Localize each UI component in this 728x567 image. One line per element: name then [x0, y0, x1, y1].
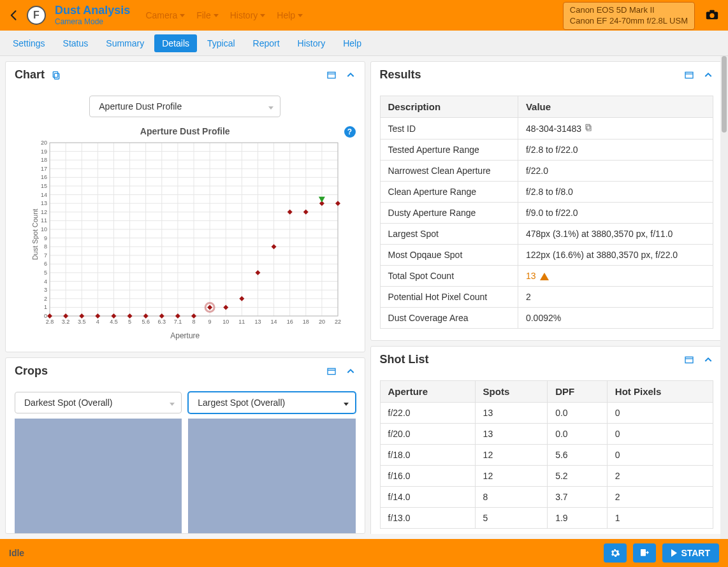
start-button-label: START: [681, 548, 710, 558]
tab-settings[interactable]: Settings: [5, 34, 53, 52]
svg-marker-90: [79, 313, 84, 319]
svg-marker-96: [175, 313, 180, 319]
svg-marker-88: [47, 313, 52, 319]
svg-rect-2: [710, 10, 714, 13]
svg-marker-89: [63, 313, 68, 319]
play-icon: [671, 549, 677, 557]
window-icon[interactable]: [684, 355, 694, 365]
crop-select-label: Darkest Spot (Overall): [24, 398, 112, 408]
crop-select-largest[interactable]: Largest Spot (Overall): [188, 392, 355, 413]
shotlist-cell: 0: [607, 403, 713, 424]
shotlist-col: Aperture: [380, 381, 475, 403]
chevron-up-icon[interactable]: [703, 355, 713, 365]
tab-details[interactable]: Details: [154, 34, 197, 52]
app-title: Dust Analysis: [55, 4, 130, 17]
svg-text:13: 13: [41, 200, 47, 206]
result-desc: Total Spot Count: [380, 266, 518, 287]
result-value: f/2.8 to f/22.0: [518, 140, 713, 161]
shotlist-cell: f/18.0: [380, 445, 475, 466]
svg-rect-117: [641, 549, 646, 556]
copy-icon[interactable]: [51, 70, 61, 80]
svg-rect-5: [328, 72, 335, 78]
shotlist-col: Spots: [475, 381, 548, 403]
svg-text:6.3: 6.3: [158, 319, 166, 325]
chart-panel-title: Chart: [15, 68, 45, 82]
menu-help[interactable]: Help: [277, 10, 303, 20]
svg-text:10: 10: [222, 319, 229, 325]
tab-summary[interactable]: Summary: [98, 34, 152, 52]
shotlist-cell: 1: [607, 508, 713, 529]
camera-icon[interactable]: [705, 8, 719, 22]
tab-typical[interactable]: Typical: [200, 34, 243, 52]
results-panel: Results Description Value Test ID48-304-…: [370, 61, 723, 341]
back-arrow-icon[interactable]: [8, 9, 20, 22]
chevron-up-icon[interactable]: [346, 70, 356, 80]
shotlist-table: ApertureSpotsDPFHot Pixels f/22.0130.00f…: [380, 380, 713, 529]
chevron-up-icon[interactable]: [346, 366, 356, 377]
status-label: Idle: [9, 548, 24, 558]
svg-text:10: 10: [41, 226, 47, 233]
gear-button[interactable]: [604, 543, 627, 563]
shotlist-cell: f/22.0: [380, 403, 475, 424]
svg-marker-104: [303, 210, 309, 215]
tab-status[interactable]: Status: [55, 34, 96, 52]
scatter-plot: 012345678910111213141516171819202.83.23.…: [25, 139, 344, 330]
svg-marker-101: [256, 270, 261, 275]
shotlist-panel-title: Shot List: [380, 353, 429, 366]
chart-type-select[interactable]: Aperture Dust Profile: [89, 96, 280, 117]
svg-text:11: 11: [239, 319, 245, 325]
table-row: Dust Coverage Area0.0092%: [380, 308, 713, 329]
result-desc: Clean Aperture Range: [380, 182, 518, 203]
shotlist-cell: f/14.0: [380, 487, 475, 508]
result-desc: Dusty Aperture Range: [380, 203, 518, 224]
shotlist-col: DPF: [548, 381, 608, 403]
svg-text:12: 12: [41, 209, 47, 215]
shotlist-panel: Shot List ApertureSpotsDPFHot Pixels f/2…: [370, 346, 723, 534]
svg-text:8: 8: [193, 319, 196, 325]
shotlist-col: Hot Pixels: [607, 381, 713, 403]
tab-help[interactable]: Help: [335, 34, 369, 52]
chevron-down-icon: [344, 398, 349, 408]
warning-icon: [540, 273, 549, 280]
shotlist-cell: 8: [475, 487, 548, 508]
svg-marker-92: [112, 313, 117, 319]
table-row: f/14.083.72: [380, 487, 713, 508]
svg-rect-3: [54, 73, 59, 79]
chart-area: Aperture Dust Profile ? Dust Spot Count …: [15, 126, 356, 340]
start-button[interactable]: START: [662, 543, 719, 563]
table-row: Dusty Aperture Rangef/9.0 to f/22.0: [380, 203, 713, 224]
svg-rect-114: [586, 124, 590, 129]
svg-text:16: 16: [41, 174, 47, 180]
window-icon[interactable]: [684, 70, 694, 80]
svg-text:6: 6: [44, 261, 47, 267]
copy-icon[interactable]: [584, 123, 593, 132]
svg-text:5.6: 5.6: [142, 319, 150, 325]
results-table: Description Value Test ID48-304-31483 Te…: [380, 96, 713, 329]
scrollbar-thumb[interactable]: [722, 56, 727, 133]
menu-file[interactable]: File: [196, 10, 219, 20]
chevron-up-icon[interactable]: [703, 70, 713, 80]
scrollbar[interactable]: [720, 56, 728, 539]
result-value: 13: [518, 266, 713, 287]
result-desc: Narrowest Clean Aperture: [380, 161, 518, 182]
tab-report[interactable]: Report: [245, 34, 288, 52]
window-icon[interactable]: [326, 70, 337, 80]
results-col-value: Value: [518, 96, 713, 118]
footer-bar: Idle START: [0, 539, 728, 567]
menu-history[interactable]: History: [230, 10, 266, 20]
result-value: 0.0092%: [518, 308, 713, 329]
svg-text:13: 13: [255, 319, 261, 325]
crop-select-darkest[interactable]: Darkest Spot (Overall): [15, 392, 182, 413]
svg-text:5: 5: [44, 269, 47, 276]
window-icon[interactable]: [326, 366, 337, 377]
svg-text:19: 19: [41, 148, 47, 155]
svg-rect-115: [685, 357, 693, 362]
chevron-down-icon: [170, 398, 175, 408]
menu-camera[interactable]: Camera: [145, 10, 185, 20]
svg-text:8: 8: [44, 243, 47, 250]
shotlist-cell: 3.7: [548, 487, 608, 508]
help-icon[interactable]: ?: [344, 126, 356, 138]
export-button[interactable]: [633, 543, 656, 563]
tab-history[interactable]: History: [290, 34, 333, 52]
result-desc: Tested Aperture Range: [380, 140, 518, 161]
